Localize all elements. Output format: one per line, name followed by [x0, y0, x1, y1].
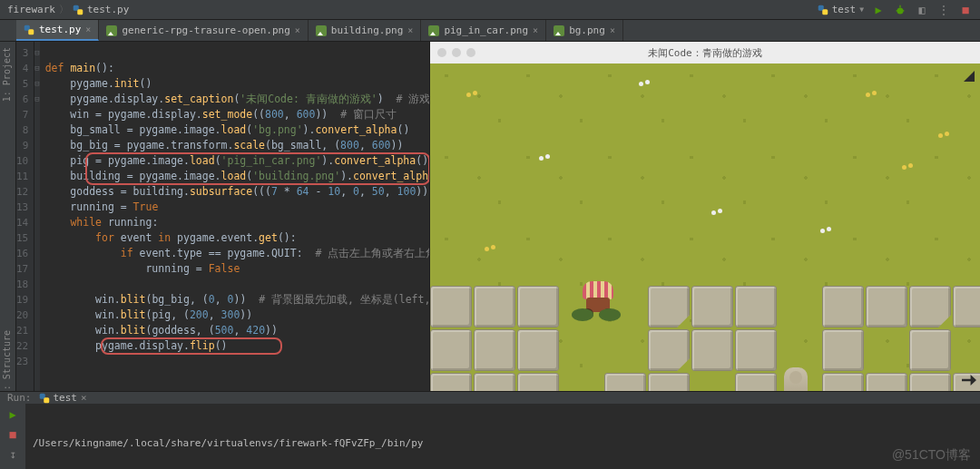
svg-rect-11: [44, 397, 49, 403]
python-file-icon: [73, 5, 83, 15]
stone-tile: [648, 373, 690, 391]
stop-button[interactable]: ■: [5, 427, 20, 442]
game-canvas: [430, 64, 980, 391]
gutter-line-numbers: 3 4 5 6 7 8 9 10 11 12 13 14 15 16 17 18…: [16, 42, 34, 391]
image-file-icon: [554, 25, 564, 36]
svg-rect-3: [822, 9, 828, 15]
code-editor[interactable]: def main(): pygame.init() pygame.display…: [40, 42, 429, 391]
output-line: /Users/kingname/.local/share/virtualenvs…: [33, 436, 973, 451]
breadcrumb-sep: 〉: [59, 3, 69, 16]
flower-sprite: [866, 91, 878, 100]
flower-sprite: [711, 209, 724, 218]
corner-arrow-tr: [964, 71, 975, 82]
run-tool-window: Run: test × ▶ ■ ↧ /Users/kingname/.local…: [0, 391, 980, 469]
stone-tile: [691, 286, 733, 327]
tab-label: bg.png: [569, 24, 605, 36]
stone-tile: [517, 329, 559, 371]
stone-tile: [474, 373, 515, 391]
more-run-options-button[interactable]: ⋮: [936, 3, 951, 17]
stone-tile: [953, 373, 980, 391]
stop-button[interactable]: ■: [958, 3, 973, 17]
stone-tile: [909, 329, 951, 371]
console-output[interactable]: /Users/kingname/.local/share/virtualenvs…: [25, 404, 980, 469]
run-tab-name: test: [54, 392, 78, 404]
project-tool-tab[interactable]: 1: Project: [0, 42, 14, 107]
run-tab[interactable]: test ×: [39, 392, 87, 404]
pygame-titlebar: 未闻Code：青南做的游戏: [430, 42, 980, 64]
tab-test-py[interactable]: test.py ×: [16, 20, 99, 41]
close-icon[interactable]: ×: [533, 25, 538, 35]
close-icon[interactable]: ×: [610, 25, 615, 35]
breadcrumb-file[interactable]: test.py: [87, 4, 129, 15]
image-file-icon: [316, 25, 327, 36]
stone-tile: [517, 286, 559, 327]
stone-tile: [474, 286, 515, 327]
python-file-icon: [24, 24, 34, 35]
rerun-button[interactable]: ▶: [5, 407, 20, 422]
stone-tile: [822, 329, 864, 371]
tab-label: test.py: [39, 24, 81, 35]
run-config-selector[interactable]: test ▼: [818, 4, 864, 15]
stone-tile: [517, 373, 559, 391]
stone-tile: [691, 329, 733, 371]
close-icon[interactable]: ×: [81, 392, 87, 404]
run-label: Run:: [7, 392, 32, 404]
pygame-window-title: 未闻Code：青南做的游戏: [648, 46, 762, 60]
goddess-statue-sprite: [784, 367, 808, 391]
stone-tile: [909, 373, 951, 391]
stone-tile: [735, 373, 777, 391]
stone-tile: [648, 329, 690, 371]
tab-building[interactable]: building.png ×: [309, 20, 422, 41]
stone-tile: [866, 286, 907, 327]
run-with-coverage-button[interactable]: ◧: [915, 3, 929, 17]
svg-point-4: [897, 7, 904, 14]
image-file-icon: [428, 25, 439, 36]
svg-rect-1: [77, 9, 83, 15]
tab-pig-in-car[interactable]: pig_in_car.png ×: [421, 20, 546, 41]
tab-label: building.png: [331, 24, 403, 36]
run-header: Run: test ×: [0, 392, 980, 404]
top-actions: test ▼ ▶ ◧ ⋮ ■: [818, 3, 973, 17]
python-file-icon: [818, 5, 828, 15]
stone-tile: [909, 286, 951, 327]
flower-sprite: [485, 245, 497, 254]
tab-label: generic-rpg-trasure-open.png: [122, 24, 289, 36]
stone-tile: [430, 286, 472, 327]
close-icon[interactable]: ×: [85, 24, 91, 34]
flower-sprite: [639, 80, 652, 89]
run-toolbar: ▶ ■ ↧: [0, 404, 25, 469]
breadcrumb: firewark 〉 test.py: [7, 3, 129, 16]
flower-sprite: [466, 91, 479, 100]
stone-tile: [430, 373, 472, 391]
stone-tile: [822, 373, 864, 391]
stone-tile: [735, 329, 777, 371]
stone-tile: [604, 373, 646, 391]
close-icon[interactable]: ×: [407, 25, 413, 35]
svg-rect-9: [28, 29, 34, 34]
tab-label: pig_in_car.png: [444, 24, 528, 36]
stone-tile: [648, 286, 690, 327]
editor-tabs: test.py × generic-rpg-trasure-open.png ×…: [0, 20, 980, 42]
image-file-icon: [106, 25, 117, 36]
stone-tile: [822, 286, 864, 327]
run-config-name: test: [832, 4, 857, 15]
flower-sprite: [820, 227, 833, 236]
stone-tile: [735, 286, 777, 327]
run-button[interactable]: ▶: [871, 3, 886, 17]
breadcrumb-project[interactable]: firewark: [7, 4, 55, 15]
main-area: 3 4 5 6 7 8 9 10 11 12 13 14 15 16 17 18…: [16, 42, 980, 391]
stone-tile: [953, 286, 980, 327]
stone-tile: [430, 329, 472, 371]
tab-bg[interactable]: bg.png ×: [546, 20, 623, 41]
close-icon[interactable]: ×: [295, 25, 300, 35]
pygame-window: 未闻Code：青南做的游戏: [429, 42, 980, 391]
run-body: ▶ ■ ↧ /Users/kingname/.local/share/virtu…: [0, 404, 980, 469]
scroll-to-end-button[interactable]: ↧: [5, 447, 20, 462]
structure-tool-tab[interactable]: 2: Structure: [0, 325, 14, 401]
stone-tile: [866, 373, 907, 391]
cart-sprite: [577, 281, 619, 319]
stone-tile: [474, 329, 515, 371]
window-traffic-lights[interactable]: [437, 48, 475, 57]
debug-button[interactable]: [893, 3, 907, 17]
tab-generic-rpg[interactable]: generic-rpg-trasure-open.png ×: [99, 20, 308, 41]
